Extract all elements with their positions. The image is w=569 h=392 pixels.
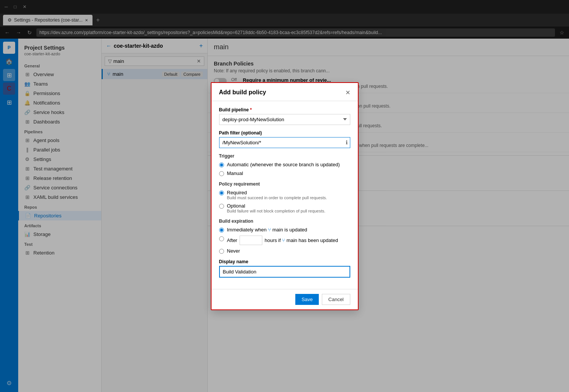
expiration-never-item: Never <box>219 248 350 254</box>
policy-optional-sublabel: Build failure will not block completion … <box>227 209 326 213</box>
trigger-group: Trigger Automatic (whenever the source b… <box>219 153 350 176</box>
path-filter-info-icon: ℹ <box>343 139 350 145</box>
policy-optional-item: Optional Build failure will not block co… <box>219 203 350 213</box>
trigger-automatic-item: Automatic (whenever the source branch is… <box>219 162 350 167</box>
policy-required-sublabel: Build must succeed in order to complete … <box>227 195 327 200</box>
policy-requirement-radio-group: Required Build must succeed in order to … <box>219 190 350 213</box>
dialog-header: Add build policy ✕ <box>212 83 358 101</box>
expiration-immediately-radio[interactable] <box>219 228 224 233</box>
policy-required-item: Required Build must succeed in order to … <box>219 190 350 200</box>
expiration-after-label-post: hours if ⑂ main has been updated <box>265 237 338 243</box>
expiration-after-inline: After hours if ⑂ main has been updated <box>227 236 338 245</box>
trigger-radio-group: Automatic (whenever the source branch is… <box>219 162 350 176</box>
path-filter-group: Path filter (optional) ℹ <box>219 130 350 148</box>
policy-optional-label: Optional <box>227 203 326 209</box>
policy-optional-radio[interactable] <box>219 204 224 209</box>
dialog-body: Build pipeline * deploy-prod-MyNewSoluti… <box>212 101 358 289</box>
dialog-footer: Save Cancel <box>212 289 358 309</box>
trigger-manual-label: Manual <box>227 170 243 176</box>
display-name-label: Display name <box>219 259 350 264</box>
expiration-immediately-item: Immediately when ⑂ main is updated <box>219 227 350 233</box>
expiration-never-radio[interactable] <box>219 249 224 254</box>
policy-required-label: Required <box>227 190 327 195</box>
build-expiration-label: Build expiration <box>219 219 350 224</box>
path-filter-input-row: ℹ <box>219 137 350 148</box>
trigger-automatic-label: Automatic (whenever the source branch is… <box>227 162 340 167</box>
trigger-label: Trigger <box>219 153 350 159</box>
expiration-hours-input[interactable] <box>240 236 262 245</box>
policy-required-labels: Required Build must succeed in order to … <box>227 190 327 200</box>
build-pipeline-select[interactable]: deploy-prod-MyNewSolution <box>219 114 350 125</box>
cancel-button[interactable]: Cancel <box>322 294 350 305</box>
policy-requirement-label: Policy requirement <box>219 181 350 187</box>
dialog-overlay: Add build policy ✕ Build pipeline * depl… <box>0 0 569 392</box>
build-pipeline-label: Build pipeline * <box>219 107 350 112</box>
required-indicator: * <box>250 107 252 112</box>
trigger-automatic-radio[interactable] <box>219 162 224 167</box>
display-name-input[interactable] <box>219 266 350 278</box>
dialog-close-btn[interactable]: ✕ <box>345 89 350 96</box>
trigger-manual-item: Manual <box>219 170 350 176</box>
expiration-after-label-pre: After <box>227 237 237 243</box>
path-filter-input[interactable] <box>219 137 343 148</box>
expiration-radio-group: Immediately when ⑂ main is updated After… <box>219 227 350 254</box>
expiration-after-item: After hours if ⑂ main has been updated <box>219 236 350 245</box>
trigger-manual-radio[interactable] <box>219 171 224 176</box>
save-button[interactable]: Save <box>295 294 319 305</box>
display-name-group: Display name <box>219 259 350 278</box>
build-expiration-group: Build expiration Immediately when ⑂ main… <box>219 219 350 254</box>
policy-optional-labels: Optional Build failure will not block co… <box>227 203 326 213</box>
dialog-title: Add build policy <box>219 89 266 96</box>
expiration-never-label: Never <box>227 248 240 254</box>
path-filter-label: Path filter (optional) <box>219 130 350 136</box>
expiration-after-radio[interactable] <box>219 236 224 241</box>
policy-requirement-group: Policy requirement Required Build must s… <box>219 181 350 213</box>
policy-required-radio[interactable] <box>219 191 224 195</box>
build-pipeline-group: Build pipeline * deploy-prod-MyNewSoluti… <box>219 107 350 125</box>
expiration-immediately-label: Immediately when ⑂ main is updated <box>227 227 307 233</box>
add-build-policy-dialog: Add build policy ✕ Build pipeline * depl… <box>211 82 359 310</box>
